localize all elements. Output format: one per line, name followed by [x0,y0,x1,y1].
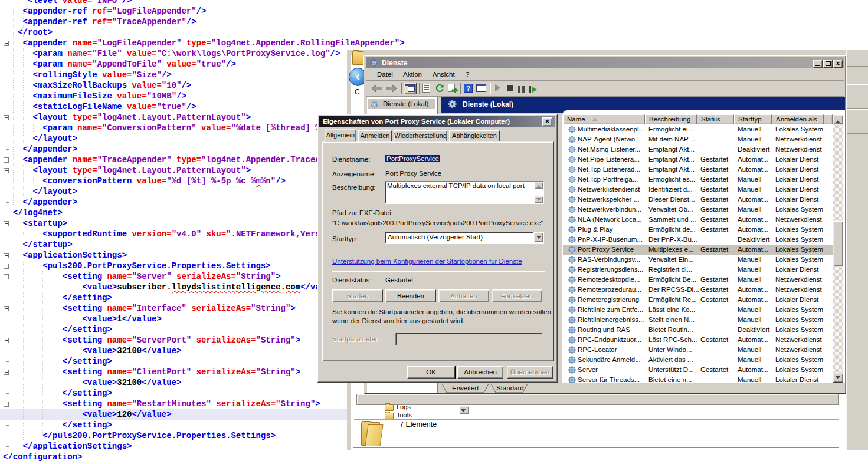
fold-toggle[interactable] [4,370,9,375]
service-row[interactable]: Net.Tcp-Portfreiga...Ermöglicht es...Ges… [563,175,833,185]
fold-toggle[interactable] [4,168,9,173]
fold-toggle[interactable] [4,306,9,311]
service-row[interactable]: Richtlinie zum Entfe...Lässt eine Ko...M… [563,305,833,315]
dialog-tab-anmelden[interactable]: Anmelden [358,130,392,141]
scroll-thumb[interactable] [833,221,843,266]
show-hide-tree-icon[interactable] [404,83,417,94]
column-header-status[interactable]: Status [697,114,734,124]
service-row[interactable]: ServerUnterstützt D...GestartetAutomat..… [563,365,833,375]
beschreibung-textarea[interactable]: Multiplexes external TCP/IP data on loca… [385,181,544,204]
scroll-up-button[interactable] [833,114,843,124]
abbrechen-button[interactable]: Abbrechen [457,366,503,379]
service-row[interactable]: Net.Pipe-Listenera...Empfängt Akt...Gest… [563,154,833,164]
fold-toggle[interactable] [4,157,9,163]
service-row[interactable]: Netzwerkspeicher-...Dieser Dienst...Gest… [563,195,833,205]
fold-toggle[interactable] [4,274,9,279]
fold-toggle[interactable] [4,221,9,226]
code-line: </root> [3,27,53,38]
fortsetzen-button[interactable]: Fortsetzen [492,289,542,302]
service-row[interactable]: NLA (Network Loca...Sammelt und ...Gesta… [563,215,833,225]
service-row[interactable]: Sekundäre Anmeld...Aktiviert das ...Manu… [563,355,833,365]
service-row[interactable]: Remoteprozedurau...Der RPCSS-Di...Gestar… [563,285,833,295]
pause-service-icon[interactable] [518,84,525,95]
service-row[interactable]: RemoteregistrierungErmöglicht Re...Gesta… [563,295,833,305]
service-description: Unterstützt D... [648,366,694,373]
service-row[interactable]: Multimediaklassenpl...Ermöglicht ei...Ma… [563,124,833,134]
service-row[interactable]: Routing und RASBietet Routin...Deaktivie… [563,325,833,335]
dienstname-value[interactable]: PortProxyService [385,155,440,162]
help-icon[interactable]: ? [464,84,473,93]
column-header-anmeldenals[interactable]: Anmelden als [772,114,824,124]
close-button[interactable]: × [833,60,843,68]
standard-view-icon[interactable] [476,84,486,92]
menu-?[interactable]: ? [466,71,469,78]
fold-toggle[interactable] [4,402,9,407]
fold-toggle[interactable] [4,41,9,46]
explorer-app-icon [352,51,363,65]
fold-toggle[interactable] [4,253,9,258]
services-title-bar[interactable]: Dienste × [366,57,844,68]
dialog-tab-allgemein[interactable]: Allgemein [325,129,356,142]
maximize-button[interactable] [823,60,833,68]
service-row[interactable]: RPC-Endpunktzuor...Löst RPC-Sch...Gestar… [563,335,833,345]
service-row[interactable]: Richtlinienergebniss...Stellt einen N...… [563,315,833,325]
startparameter-input[interactable] [395,333,542,345]
service-row[interactable]: Registrierungsdiens...Registriert di...M… [563,265,833,275]
minimize-button[interactable] [813,60,823,68]
menu-ansicht[interactable]: Ansicht [433,71,455,78]
fold-toggle[interactable] [4,338,9,343]
service-row[interactable]: Net.Msmq-Listener...Empfängt Akt...Deakt… [563,144,833,154]
service-row[interactable]: Remotedesktopdie...Ermöglicht Be...Gesta… [563,275,833,285]
properties-icon[interactable] [422,84,430,93]
service-row[interactable]: Netzwerkverbindun...Verwaltet Ob...Gesta… [563,205,833,215]
starten-button[interactable]: Starten [332,289,383,302]
fold-toggle[interactable] [4,264,9,269]
service-row[interactable]: RPC-LocatorUnter Windo...ManuellNetzwerk… [563,345,833,355]
column-header-starttyp[interactable]: Starttyp [734,114,772,124]
refresh-icon[interactable] [435,83,445,96]
anhalten-button[interactable]: Anhalten [438,289,489,302]
column-header-name[interactable]: Name [563,114,645,124]
bernehmen-button[interactable]: Übernehmen [507,366,553,379]
ok-button[interactable]: OK [407,366,455,379]
scroll-down-button[interactable] [833,373,843,383]
tree-item-dienste[interactable]: Dienste (Lokal) [368,99,435,109]
tab-standard[interactable]: Standard [496,384,524,391]
chevron-down-icon[interactable] [533,232,543,242]
tab-erweitert[interactable]: Erweitert [452,384,479,391]
service-row[interactable]: Net.Tcp-Listenerad...Empfängt Akt...Gest… [563,164,833,175]
dropdown-button[interactable] [459,406,469,414]
stop-service-icon[interactable] [507,85,513,91]
scroll-up-button[interactable] [534,182,543,189]
menu-aktion[interactable]: Aktion [403,71,422,78]
column-header-beschreibung[interactable]: Beschreibung [645,114,697,124]
dialog-tab-abhngigkeiten[interactable]: Abhängigkeiten [449,130,500,141]
scroll-down-button[interactable] [534,196,543,203]
fold-toggle[interactable] [4,115,9,120]
service-row[interactable]: Plug & PlayErmöglicht de...GestartetAuto… [563,225,833,235]
service-status: Gestartet [700,176,728,183]
start-service-icon[interactable] [495,84,504,91]
back-icon[interactable] [371,84,382,96]
vertical-scrollbar[interactable] [833,114,843,383]
service-row[interactable]: PnP-X-IP-Busenum...Der PnP-X-Bu...Deakti… [563,235,833,245]
column-header-filler[interactable] [824,114,833,124]
service-status: Gestartet [700,226,728,233]
folder-label[interactable]: Tools [397,412,412,419]
close-icon[interactable]: × [542,117,552,126]
service-row[interactable]: RAS-Verbindungsv...Verwaltet Ein...Manue… [563,255,833,265]
beenden-button[interactable]: Beenden [385,289,436,302]
service-row[interactable]: Server für Threads...Bietet eine n...Man… [563,375,833,383]
dialog-tab-wiederherstellung[interactable]: Wiederherstellung [394,130,447,141]
export-list-icon[interactable] [448,84,455,92]
service-row[interactable]: Port Proxy ServiceMultiplexes e...Gestar… [563,245,833,255]
service-row[interactable]: NAP-Agent (Netwo...Mit dem NAP-...Manuel… [563,134,833,144]
dialog-title-bar[interactable]: Eigenschaften von Port Proxy Service (Lo… [319,116,555,127]
forward-icon[interactable] [386,84,398,96]
startoptionen-link[interactable]: Unterstützung beim Konfigurieren der Sta… [332,258,522,265]
menu-datei[interactable]: Datei [377,71,393,78]
service-starttype: Manuell [738,176,761,183]
service-row[interactable]: NetzwerklistendienstIdentifiziert d...Ge… [563,185,833,195]
starttyp-combobox[interactable]: Automatisch (Verzögerter Start) [385,232,544,244]
restart-service-icon[interactable] [529,84,540,95]
